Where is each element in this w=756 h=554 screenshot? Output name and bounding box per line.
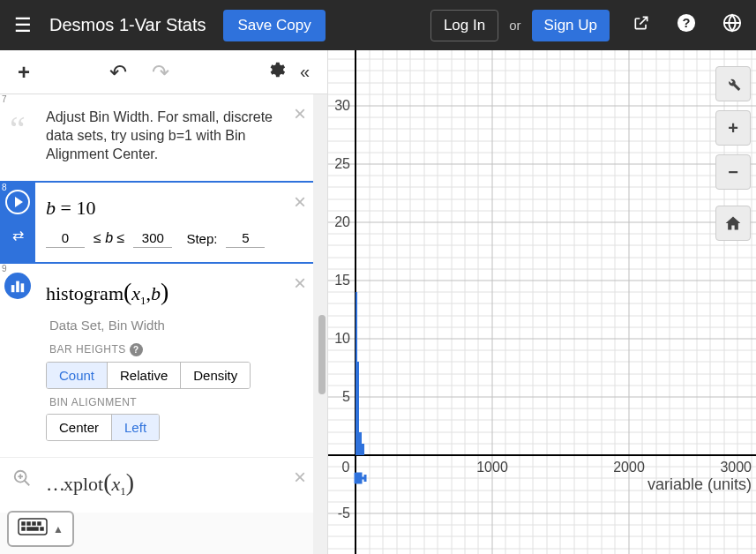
x-axis-label: variable (units) [647, 475, 752, 493]
svg-text:3000: 3000 [720, 460, 752, 475]
slider-icon-column: ⇄ [0, 183, 35, 262]
svg-rect-104 [27, 522, 30, 525]
app-header: ☰ Desmos 1-Var Stats Save Copy Log In or… [0, 0, 756, 50]
zoom-out-button[interactable]: − [715, 154, 751, 190]
bin-alignment-segmented: Center Left [46, 414, 160, 441]
scrollbar-track[interactable] [313, 94, 327, 554]
svg-rect-105 [33, 522, 35, 525]
bin-alignment-label: BIN ALIGNMENT [46, 389, 318, 414]
svg-rect-103 [22, 522, 25, 525]
home-zoom-button[interactable] [715, 206, 751, 241]
svg-rect-93 [362, 444, 364, 455]
boxplot-formula[interactable]: …xplot(x1) [42, 463, 322, 507]
svg-rect-4 [16, 281, 19, 293]
svg-rect-90 [356, 292, 357, 455]
login-button[interactable]: Log In [430, 10, 498, 41]
bar-heights-segmented: Count Relative Density [46, 362, 251, 389]
svg-text:30: 30 [334, 98, 350, 113]
svg-text:1000: 1000 [476, 460, 508, 475]
slider-bounds: ≤ b ≤ Step: [42, 225, 322, 257]
page-title: Desmos 1-Var Stats [49, 15, 206, 35]
svg-rect-108 [27, 528, 38, 530]
help-icon[interactable]: ? [673, 10, 700, 41]
save-copy-button[interactable]: Save Copy [223, 10, 325, 41]
settings-gear-icon[interactable] [258, 55, 295, 90]
slider-step-input[interactable] [226, 228, 265, 248]
delete-expression-button[interactable]: × [294, 101, 306, 126]
slider-max-input[interactable] [133, 228, 172, 248]
redo-button[interactable]: ↷ [143, 55, 178, 90]
expression-sidebar: + ↶ ↷ « 7 “ × Adjust Bin Width. For smal… [0, 50, 328, 554]
svg-line-99 [25, 481, 30, 486]
bar-heights-label: BAR HEIGHTS ? [46, 336, 318, 362]
svg-rect-106 [38, 522, 41, 525]
svg-rect-3 [11, 285, 15, 292]
delete-expression-button[interactable]: × [294, 465, 306, 490]
svg-rect-91 [357, 362, 359, 455]
expression-list: 7 “ × Adjust Bin Width. For small, discr… [0, 94, 327, 554]
histogram-caption: Data Set, Bin Width [46, 314, 318, 336]
wrench-settings-button[interactable] [715, 66, 751, 101]
play-slider-button[interactable] [5, 190, 30, 214]
signup-button[interactable]: Sign Up [532, 10, 610, 41]
undo-button[interactable]: ↶ [101, 55, 136, 90]
expression-histogram[interactable]: 9 × histogram(x1,b) Data Set, Bin Width … [0, 264, 327, 456]
bar-heights-density[interactable]: Density [181, 363, 250, 388]
keyboard-icon [18, 518, 48, 540]
expression-slider[interactable]: 8 ⇄ × b = 10 ≤ b ≤ Step: [0, 181, 327, 264]
or-text: or [509, 18, 520, 33]
histogram-formula[interactable]: histogram(x1,b) [42, 269, 322, 313]
graph-svg: 30 25 20 15 10 5 -5 0 1000 2000 3000 [328, 50, 756, 554]
share-icon[interactable] [629, 11, 654, 40]
add-expression-button[interactable]: + [9, 55, 39, 90]
expression-boxplot[interactable]: × …xplot(x1) [0, 457, 327, 513]
quote-icon: “ [10, 100, 26, 138]
svg-rect-107 [22, 528, 25, 530]
language-icon[interactable] [719, 10, 745, 41]
svg-rect-109 [41, 528, 43, 530]
keypad-toggle-button[interactable]: ▲ [7, 511, 74, 547]
svg-text:-5: -5 [338, 505, 350, 520]
leq-label: ≤ b ≤ [94, 230, 124, 246]
scrollbar-thumb[interactable] [318, 315, 326, 394]
note-text[interactable]: Adjust Bin Width. For small, discrete da… [42, 100, 322, 176]
svg-text:?: ? [683, 16, 691, 30]
graph-canvas[interactable]: 30 25 20 15 10 5 -5 0 1000 2000 3000 [328, 50, 756, 554]
note-icon-column: “ [0, 94, 35, 181]
chevron-up-icon: ▲ [53, 523, 64, 535]
svg-text:25: 25 [334, 156, 350, 171]
svg-text:0: 0 [342, 460, 350, 475]
expression-note: 7 “ × Adjust Bin Width. For small, discr… [0, 94, 327, 181]
menu-icon[interactable]: ☰ [11, 11, 35, 41]
expression-toolbar: + ↶ ↷ « [0, 50, 327, 94]
svg-rect-102 [19, 519, 47, 535]
help-icon[interactable]: ? [130, 343, 143, 356]
bar-heights-relative[interactable]: Relative [108, 363, 181, 388]
svg-text:2000: 2000 [613, 460, 645, 475]
svg-text:20: 20 [334, 214, 350, 229]
bin-align-center[interactable]: Center [47, 415, 112, 440]
svg-rect-95 [356, 474, 361, 483]
histogram-icon-column[interactable] [0, 264, 35, 456]
collapse-sidebar-icon[interactable]: « [295, 56, 318, 87]
delete-expression-button[interactable]: × [294, 271, 306, 296]
zoom-fit-button[interactable] [12, 468, 32, 492]
svg-rect-5 [21, 284, 25, 293]
graph-side-tools: + − [715, 66, 751, 241]
bar-heights-count[interactable]: Count [47, 363, 108, 388]
svg-rect-92 [359, 432, 362, 455]
svg-text:15: 15 [334, 273, 350, 288]
bin-align-left[interactable]: Left [112, 415, 159, 440]
delete-expression-button[interactable]: × [294, 190, 306, 214]
histogram-icon [4, 273, 31, 299]
svg-text:5: 5 [342, 389, 350, 404]
svg-text:10: 10 [334, 331, 350, 346]
step-label: Step: [186, 231, 217, 246]
slider-min-input[interactable] [46, 228, 85, 248]
slider-formula[interactable]: b = 10 [42, 188, 322, 225]
slider-mode-icon[interactable]: ⇄ [12, 227, 24, 243]
zoom-in-button[interactable]: + [715, 110, 751, 146]
main-area: + ↶ ↷ « 7 “ × Adjust Bin Width. For smal… [0, 50, 756, 554]
expression-index: 8 [2, 183, 7, 192]
